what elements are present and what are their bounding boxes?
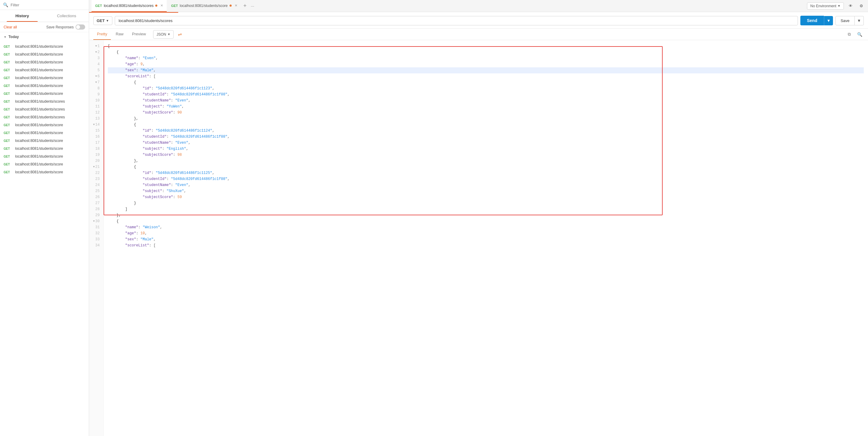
tab-preview[interactable]: Preview bbox=[128, 29, 150, 40]
code-line: "studentName": "Even", bbox=[108, 97, 864, 103]
send-dropdown-button[interactable]: ▼ bbox=[824, 16, 833, 25]
more-tabs-icon[interactable]: ··· bbox=[249, 4, 256, 8]
list-item[interactable]: GETlocalhost:8081/students/score bbox=[0, 74, 89, 82]
tab2-close-icon[interactable]: ✕ bbox=[235, 4, 238, 7]
tab-scores-active[interactable]: GET localhost:8081/students/scores ✕ bbox=[92, 0, 167, 12]
list-item[interactable]: GETlocalhost:8081/students/score bbox=[0, 66, 89, 74]
line-number: 23 bbox=[89, 176, 101, 182]
code-line: "age": 10, bbox=[108, 230, 864, 237]
line-number: ▼14 bbox=[89, 122, 101, 128]
tab2-method: GET bbox=[171, 4, 178, 7]
history-list: ▼ Today GETlocalhost:8081/students/score… bbox=[0, 32, 89, 436]
line-number: 9 bbox=[89, 92, 101, 97]
code-line: "subject": "ShuXue", bbox=[108, 188, 864, 194]
history-url: localhost:8081/students/score bbox=[15, 131, 63, 135]
list-item[interactable]: GETlocalhost:8081/students/score bbox=[0, 58, 89, 66]
history-url: localhost:8081/students/score bbox=[15, 138, 63, 143]
history-url: localhost:8081/students/scores bbox=[15, 115, 65, 119]
list-item[interactable]: GETlocalhost:8081/students/scores bbox=[0, 97, 89, 105]
code-line: { bbox=[108, 49, 864, 55]
method-badge: GET bbox=[4, 68, 13, 72]
list-item[interactable]: GETlocalhost:8081/students/score bbox=[0, 51, 89, 58]
sidebar-search-bar[interactable]: 🔍 bbox=[0, 0, 89, 10]
list-item[interactable]: GETlocalhost:8081/students/score bbox=[0, 82, 89, 90]
method-badge: GET bbox=[4, 116, 13, 119]
code-line: "studentId": "5d48dc820fd614486f1c1f08", bbox=[108, 134, 864, 140]
method-selector[interactable]: GET ▼ bbox=[93, 16, 112, 25]
add-tab-button[interactable]: + bbox=[242, 3, 249, 9]
eye-icon-button[interactable]: 👁 bbox=[846, 2, 855, 10]
line-number: 25 bbox=[89, 188, 101, 194]
code-line: { bbox=[108, 218, 864, 224]
list-item[interactable]: GETlocalhost:8081/students/score bbox=[0, 129, 89, 137]
method-badge: GET bbox=[4, 108, 13, 111]
search-icon-button[interactable]: 🔍 bbox=[855, 30, 864, 39]
code-line: "id": "5d48dc820fd614486f1c1123", bbox=[108, 86, 864, 92]
today-label: Today bbox=[8, 35, 19, 39]
history-url: localhost:8081/students/score bbox=[15, 154, 63, 158]
list-item[interactable]: GETlocalhost:8081/students/score bbox=[0, 42, 89, 51]
save-button[interactable]: Save bbox=[835, 16, 855, 25]
expand-icon[interactable]: ▼ bbox=[95, 80, 97, 86]
wrap-icon-button[interactable]: ⇌ bbox=[175, 30, 185, 39]
today-section-header[interactable]: ▼ Today bbox=[0, 32, 89, 42]
filter-input[interactable] bbox=[10, 3, 86, 7]
save-responses-toggle[interactable] bbox=[75, 25, 85, 30]
env-label: No Environment bbox=[810, 4, 836, 8]
response-actions: ⧉ 🔍 bbox=[845, 30, 864, 39]
history-items: GETlocalhost:8081/students/scoreGETlocal… bbox=[0, 42, 89, 176]
list-item[interactable]: GETlocalhost:8081/students/score bbox=[0, 90, 89, 97]
history-url: localhost:8081/students/score bbox=[15, 92, 63, 96]
line-number: ▼21 bbox=[89, 164, 101, 170]
tab1-close-icon[interactable]: ✕ bbox=[160, 4, 163, 7]
send-button[interactable]: Send bbox=[800, 16, 824, 25]
line-number: 11 bbox=[89, 103, 101, 110]
json-format-selector[interactable]: JSON ▼ bbox=[153, 30, 174, 39]
copy-icon-button[interactable]: ⧉ bbox=[845, 30, 854, 39]
list-item[interactable]: GETlocalhost:8081/students/score bbox=[0, 121, 89, 129]
line-number: 22 bbox=[89, 170, 101, 176]
tab-raw[interactable]: Raw bbox=[112, 29, 127, 40]
response-tabs: Pretty Raw Preview JSON ▼ ⇌ ⧉ 🔍 bbox=[89, 29, 868, 40]
settings-icon-button[interactable]: ⚙ bbox=[857, 2, 866, 10]
line-number: 18 bbox=[89, 146, 101, 152]
list-item[interactable]: GETlocalhost:8081/students/scores bbox=[0, 105, 89, 113]
expand-icon[interactable]: ▼ bbox=[95, 73, 97, 80]
expand-icon[interactable]: ▼ bbox=[93, 218, 95, 224]
line-number: 10 bbox=[89, 97, 101, 103]
expand-icon[interactable]: ▼ bbox=[95, 49, 97, 55]
tab-collections[interactable]: Collections bbox=[44, 10, 89, 22]
line-number: 3 bbox=[89, 55, 101, 61]
chevron-down-icon: ▼ bbox=[167, 33, 170, 36]
expand-icon[interactable]: ▼ bbox=[95, 43, 97, 49]
tab-pretty[interactable]: Pretty bbox=[93, 29, 111, 40]
chevron-down-icon: ▼ bbox=[4, 35, 7, 39]
tab-history[interactable]: History bbox=[0, 10, 44, 22]
method-badge: GET bbox=[4, 155, 13, 158]
clear-all-button[interactable]: Clear all bbox=[4, 25, 17, 29]
expand-icon[interactable]: ▼ bbox=[93, 122, 95, 128]
list-item[interactable]: GETlocalhost:8081/students/score bbox=[0, 168, 89, 176]
tab-score[interactable]: GET localhost:8081/students/score ✕ bbox=[167, 0, 241, 12]
expand-icon[interactable]: ▼ bbox=[93, 164, 95, 170]
list-item[interactable]: GETlocalhost:8081/students/score bbox=[0, 153, 89, 160]
save-dropdown-button[interactable]: ▼ bbox=[855, 16, 864, 25]
history-url: localhost:8081/students/score bbox=[15, 68, 63, 72]
tab1-dot bbox=[155, 4, 157, 7]
line-number: ▼6 bbox=[89, 73, 101, 80]
line-number: 15 bbox=[89, 128, 101, 134]
list-item[interactable]: GETlocalhost:8081/students/score bbox=[0, 145, 89, 153]
environment-selector[interactable]: No Environment ▼ bbox=[807, 2, 844, 10]
line-number: 5 bbox=[89, 67, 101, 73]
line-number: ▼30 bbox=[89, 218, 101, 224]
method-badge: GET bbox=[4, 163, 13, 166]
list-item[interactable]: GETlocalhost:8081/students/score bbox=[0, 160, 89, 168]
tab2-url: localhost:8081/students/score bbox=[180, 4, 228, 8]
list-item[interactable]: GETlocalhost:8081/students/scores bbox=[0, 113, 89, 121]
url-input[interactable] bbox=[115, 16, 798, 25]
code-line: { bbox=[108, 164, 864, 170]
list-item[interactable]: GETlocalhost:8081/students/score bbox=[0, 137, 89, 145]
chevron-down-icon: ▼ bbox=[837, 4, 840, 7]
line-number: 34 bbox=[89, 243, 101, 249]
code-line: "studentId": "5d48dc820fd614486f1c1f08", bbox=[108, 92, 864, 97]
